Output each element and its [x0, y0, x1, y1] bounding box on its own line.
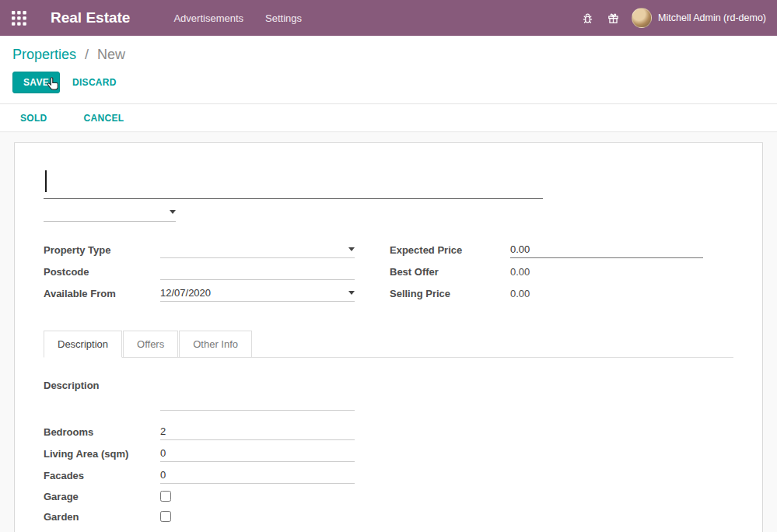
- tab-description[interactable]: Description: [44, 331, 122, 358]
- cancel-button[interactable]: CANCEL: [76, 113, 132, 124]
- breadcrumb-current: New: [97, 47, 125, 62]
- field-living-area: Living Area (sqm): [44, 443, 733, 464]
- garden-area-field[interactable]: [160, 529, 355, 532]
- field-bedrooms: Bedrooms: [44, 421, 733, 443]
- field-description: Description: [44, 378, 733, 411]
- save-button[interactable]: SAVE: [12, 72, 60, 93]
- main-menu: Advertisements Settings: [173, 12, 302, 24]
- garden-checkbox[interactable]: [160, 511, 171, 522]
- bedrooms-label: Bedrooms: [44, 426, 160, 438]
- description-label: Description: [44, 378, 160, 391]
- property-type-label: Property Type: [44, 244, 160, 256]
- expected-price-input[interactable]: [510, 243, 703, 255]
- garage-checkbox[interactable]: [160, 491, 171, 502]
- field-available-from: Available From: [44, 282, 355, 304]
- postcode-input[interactable]: [160, 265, 355, 277]
- best-offer-value: 0.00: [510, 266, 530, 278]
- field-garage: Garage: [44, 486, 733, 506]
- app-title[interactable]: Real Estate: [51, 9, 130, 26]
- field-property-type: Property Type: [44, 239, 355, 261]
- apps-grid-icon[interactable]: [11, 10, 26, 26]
- available-from-label: Available From: [44, 288, 160, 299]
- field-facades: Facades: [44, 464, 733, 486]
- field-expected-price: Expected Price: [390, 239, 703, 261]
- statusbar: SOLD CANCEL: [0, 103, 777, 132]
- garage-label: Garage: [44, 491, 160, 502]
- selling-price-label: Selling Price: [390, 288, 510, 299]
- best-offer-label: Best Offer: [390, 266, 510, 278]
- notebook-tabs: Description Offers Other Info: [44, 331, 733, 358]
- facades-input[interactable]: [160, 469, 355, 481]
- navbar-right: Mitchell Admin (rd-demo): [580, 8, 766, 28]
- bedrooms-field[interactable]: [160, 423, 355, 440]
- menu-item-advertisements[interactable]: Advertisements: [173, 12, 243, 24]
- page: Real Estate Advertisements Settings: [0, 0, 777, 532]
- description-textarea[interactable]: [160, 378, 355, 410]
- field-garden: Garden: [44, 506, 733, 527]
- tab-other-info[interactable]: Other Info: [179, 331, 252, 357]
- living-area-field[interactable]: [160, 445, 355, 462]
- field-best-offer: Best Offer 0.00: [390, 261, 703, 282]
- field-postcode: Postcode: [44, 261, 355, 282]
- chevron-down-icon[interactable]: [348, 247, 355, 251]
- breadcrumb: Properties / New: [0, 36, 777, 70]
- bedrooms-input[interactable]: [160, 425, 355, 437]
- property-type-select[interactable]: [160, 241, 355, 258]
- facades-field[interactable]: [160, 467, 355, 484]
- living-area-label: Living Area (sqm): [44, 448, 160, 460]
- property-tags-field: [44, 203, 176, 222]
- living-area-input[interactable]: [160, 447, 355, 459]
- property-tags-input[interactable]: [44, 206, 166, 218]
- property-title-input[interactable]: [44, 165, 543, 198]
- expected-price-field[interactable]: [510, 241, 703, 258]
- field-garden-area: Garden Area (sqm): [44, 527, 733, 532]
- discard-button[interactable]: DISCARD: [72, 77, 117, 88]
- description-field[interactable]: [160, 378, 355, 411]
- chevron-down-icon[interactable]: [348, 291, 355, 295]
- chevron-down-icon[interactable]: [170, 210, 176, 214]
- garden-label: Garden: [44, 511, 160, 523]
- field-selling-price: Selling Price 0.00: [390, 282, 703, 304]
- breadcrumb-separator: /: [85, 47, 89, 62]
- tab-offers[interactable]: Offers: [123, 331, 178, 357]
- form-sheet: Property Type Expected Price Postcode: [14, 142, 763, 532]
- facades-label: Facades: [44, 470, 160, 481]
- user-menu[interactable]: Mitchell Admin (rd-demo): [632, 8, 766, 28]
- postcode-field[interactable]: [160, 263, 355, 280]
- property-type-input[interactable]: [160, 243, 345, 255]
- selling-price-value: 0.00: [510, 288, 530, 299]
- expected-price-label: Expected Price: [390, 244, 510, 256]
- user-avatar: [632, 8, 652, 28]
- description-tab-page: Description Bedrooms Living Area (sqm): [44, 358, 733, 532]
- bug-icon[interactable]: [580, 11, 594, 25]
- form-actions: SAVE DISCARD: [0, 70, 777, 103]
- gift-icon[interactable]: [606, 11, 620, 25]
- available-from-datepicker[interactable]: [160, 285, 355, 302]
- top-navbar: Real Estate Advertisements Settings: [0, 0, 777, 36]
- sold-button[interactable]: SOLD: [12, 113, 55, 124]
- breadcrumb-properties-link[interactable]: Properties: [12, 47, 76, 62]
- menu-item-settings[interactable]: Settings: [265, 12, 302, 24]
- text-caret: [45, 170, 47, 192]
- property-title-field: [44, 165, 543, 199]
- field-grid: Property Type Expected Price Postcode: [44, 239, 733, 304]
- content-area: Property Type Expected Price Postcode: [0, 132, 777, 532]
- postcode-label: Postcode: [44, 266, 160, 278]
- available-from-input[interactable]: [160, 287, 345, 299]
- user-name: Mitchell Admin (rd-demo): [658, 12, 766, 23]
